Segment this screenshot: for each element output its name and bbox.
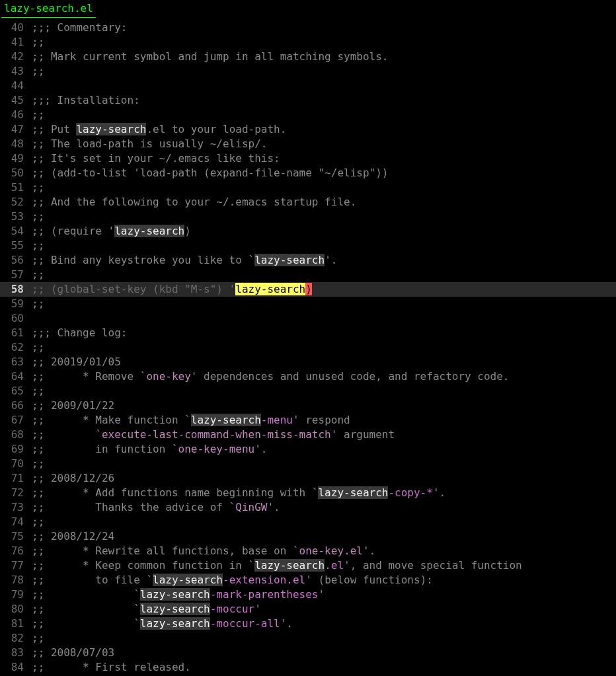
- code-line[interactable]: 48;; The load-path is usually ~/elisp/.: [0, 137, 616, 151]
- code-line[interactable]: 45;;; Installation:: [0, 93, 616, 108]
- line-number: 42: [0, 50, 32, 64]
- line-number: 48: [0, 137, 32, 151]
- code-line[interactable]: 63;; 20019/01/05: [0, 355, 616, 369]
- line-number: 64: [0, 369, 32, 384]
- code-line[interactable]: 71;; 2008/12/26: [0, 471, 616, 486]
- line-number: 41: [0, 35, 32, 50]
- code-line[interactable]: 78;; to file `lazy-search-extension.el' …: [0, 573, 616, 587]
- line-number: 74: [0, 515, 32, 529]
- line-content: ;;: [32, 297, 616, 311]
- code-line[interactable]: 77;; * Keep common function in `lazy-sea…: [0, 558, 616, 573]
- line-number: 62: [0, 340, 32, 355]
- line-number: 63: [0, 355, 32, 369]
- line-number: 70: [0, 457, 32, 471]
- line-content: ;; 2008/12/24: [32, 529, 616, 544]
- line-content: ;; And the following to your ~/.emacs st…: [32, 195, 616, 209]
- buffer-title: lazy-search.el: [1, 0, 96, 18]
- code-line[interactable]: 64;; * Remove `one-key' dependences and …: [0, 369, 616, 384]
- line-number: 83: [0, 646, 32, 660]
- line-content: ;;: [32, 239, 616, 253]
- code-line[interactable]: 41;;: [0, 35, 616, 50]
- code-line[interactable]: 74;;: [0, 515, 616, 529]
- code-line[interactable]: 72;; * Add functions name beginning with…: [0, 486, 616, 500]
- line-number: 43: [0, 64, 32, 79]
- code-line[interactable]: 51;;: [0, 180, 616, 195]
- line-content: ;; `lazy-search-mark-parentheses': [32, 587, 616, 602]
- code-line[interactable]: 44: [0, 79, 616, 93]
- line-number: 51: [0, 180, 32, 195]
- line-content: ;;: [32, 340, 616, 355]
- line-number: 66: [0, 398, 32, 413]
- code-line[interactable]: 43;;: [0, 64, 616, 79]
- line-number: 75: [0, 529, 32, 544]
- code-line[interactable]: 60: [0, 311, 616, 326]
- line-number: 82: [0, 631, 32, 646]
- line-number: 68: [0, 428, 32, 442]
- code-buffer[interactable]: 40;;; Commentary:41;;42;; Mark current s…: [0, 18, 616, 675]
- code-line[interactable]: 47;; Put lazy-search.el to your load-pat…: [0, 122, 616, 137]
- code-line[interactable]: 50;; (add-to-list 'load-path (expand-fil…: [0, 166, 616, 180]
- code-line[interactable]: 84;; * First released.: [0, 660, 616, 675]
- line-number: 57: [0, 268, 32, 282]
- line-content: ;; Bind any keystroke you like to `lazy-…: [32, 253, 616, 268]
- code-line[interactable]: 73;; Thanks the advice of `QinGW'.: [0, 500, 616, 515]
- line-content: ;;: [32, 515, 616, 529]
- line-number: 55: [0, 239, 32, 253]
- code-line[interactable]: 55;;: [0, 239, 616, 253]
- code-line[interactable]: 56;; Bind any keystroke you like to `laz…: [0, 253, 616, 268]
- line-number: 52: [0, 195, 32, 209]
- code-line[interactable]: 59;;: [0, 297, 616, 311]
- line-content: ;; (require 'lazy-search): [32, 224, 616, 239]
- line-number: 72: [0, 486, 32, 500]
- line-number: 71: [0, 471, 32, 486]
- code-line[interactable]: 81;; `lazy-search-moccur-all'.: [0, 617, 616, 631]
- line-number: 69: [0, 442, 32, 457]
- code-line[interactable]: 82;;: [0, 631, 616, 646]
- code-line[interactable]: 66;; 2009/01/22: [0, 398, 616, 413]
- code-line[interactable]: 40;;; Commentary:: [0, 20, 616, 35]
- line-number: 80: [0, 602, 32, 617]
- code-line[interactable]: 75;; 2008/12/24: [0, 529, 616, 544]
- line-number: 78: [0, 573, 32, 587]
- line-content: ;; to file `lazy-search-extension.el' (b…: [32, 573, 616, 587]
- code-line[interactable]: 68;; `execute-last-command-when-miss-mat…: [0, 428, 616, 442]
- code-line[interactable]: 54;; (require 'lazy-search): [0, 224, 616, 239]
- code-line[interactable]: 62;;: [0, 340, 616, 355]
- line-content: ;;; Commentary:: [32, 20, 616, 35]
- code-line[interactable]: 46;;: [0, 108, 616, 122]
- code-line[interactable]: 49;; It's set in your ~/.emacs like this…: [0, 151, 616, 166]
- code-line[interactable]: 79;; `lazy-search-mark-parentheses': [0, 587, 616, 602]
- code-line[interactable]: 42;; Mark current symbol and jump in all…: [0, 50, 616, 64]
- code-line[interactable]: 65;;: [0, 384, 616, 398]
- code-line[interactable]: 69;; in function `one-key-menu'.: [0, 442, 616, 457]
- line-number: 50: [0, 166, 32, 180]
- code-line[interactable]: 57;;: [0, 268, 616, 282]
- line-number: 79: [0, 587, 32, 602]
- line-number: 67: [0, 413, 32, 428]
- code-line[interactable]: 80;; `lazy-search-moccur': [0, 602, 616, 617]
- line-number: 76: [0, 544, 32, 558]
- code-line[interactable]: 53;;: [0, 209, 616, 224]
- code-line[interactable]: 76;; * Rewrite all functions, base on `o…: [0, 544, 616, 558]
- line-content: ;; 2009/01/22: [32, 398, 616, 413]
- code-line[interactable]: 58;; (global-set-key (kbd "M-s") 'lazy-s…: [0, 282, 616, 297]
- line-content: ;; * Make function `lazy-search-menu' re…: [32, 413, 616, 428]
- code-line[interactable]: 52;; And the following to your ~/.emacs …: [0, 195, 616, 209]
- code-line[interactable]: 67;; * Make function `lazy-search-menu' …: [0, 413, 616, 428]
- line-content: ;; (add-to-list 'load-path (expand-file-…: [32, 166, 616, 180]
- line-content: ;; `lazy-search-moccur-all'.: [32, 617, 616, 631]
- code-line[interactable]: 83;; 2008/07/03: [0, 646, 616, 660]
- line-content: ;; (global-set-key (kbd "M-s") 'lazy-sea…: [32, 282, 616, 297]
- line-content: ;;: [32, 35, 616, 50]
- line-number: 54: [0, 224, 32, 239]
- line-number: 60: [0, 311, 32, 326]
- code-line[interactable]: 61;;; Change log:: [0, 326, 616, 340]
- line-number: 40: [0, 20, 32, 35]
- line-number: 56: [0, 253, 32, 268]
- code-line[interactable]: 70;;: [0, 457, 616, 471]
- line-content: ;; The load-path is usually ~/elisp/.: [32, 137, 616, 151]
- line-content: ;; in function `one-key-menu'.: [32, 442, 616, 457]
- line-number: 53: [0, 209, 32, 224]
- line-content: ;;: [32, 457, 616, 471]
- line-content: ;;: [32, 108, 616, 122]
